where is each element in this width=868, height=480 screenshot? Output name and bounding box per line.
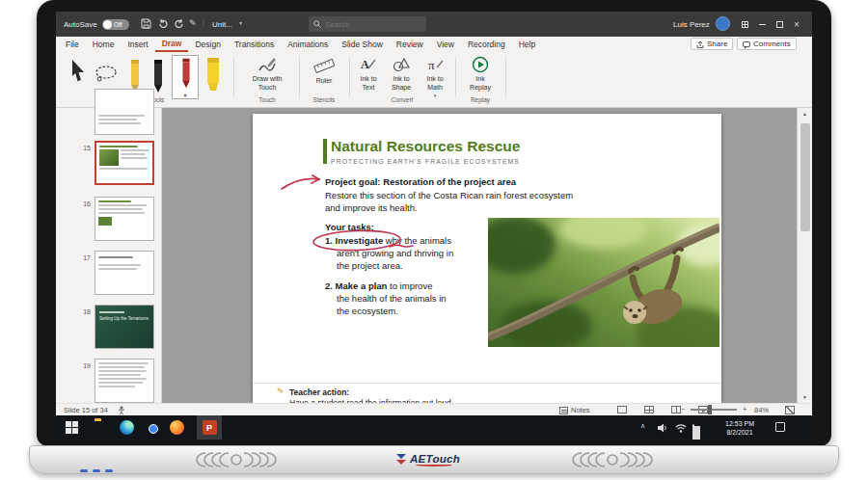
scroll-up-icon[interactable]: ▲: [798, 108, 812, 117]
select-tool-icon[interactable]: [69, 60, 87, 83]
close-button[interactable]: ×: [789, 16, 804, 32]
thumbnail-number: 17: [75, 254, 91, 261]
share-button[interactable]: Share: [691, 38, 733, 50]
thumbnail-slide-16[interactable]: [95, 197, 154, 241]
ribbon-display-options-icon[interactable]: [737, 16, 752, 32]
task2-line2[interactable]: the health of the animals in: [337, 293, 447, 304]
undo-icon[interactable]: [158, 18, 169, 29]
tab-help[interactable]: Help: [512, 38, 542, 51]
group-label-convert: Convert: [353, 96, 451, 103]
goal-body-line1[interactable]: Restore this section of the Costa Rican …: [325, 190, 573, 200]
tray-time: 12:53 PM: [712, 419, 768, 428]
tab-file[interactable]: File: [59, 38, 86, 51]
document-title[interactable]: Unit...: [212, 20, 232, 29]
ink-replay-button[interactable]: Ink Replay Replay: [459, 52, 502, 108]
thumbnail-caption: Setting Up the Terrariums: [95, 313, 153, 322]
pen-red-selected[interactable]: ▾: [172, 55, 199, 99]
search-input[interactable]: [325, 20, 417, 29]
pencil-icon: ✎: [277, 387, 285, 396]
action-center-icon[interactable]: [775, 422, 785, 432]
scroll-down-icon[interactable]: ▼: [798, 394, 812, 400]
base-indicator-dots: [80, 459, 118, 476]
volume-icon[interactable]: [658, 423, 668, 433]
zoom-in-button[interactable]: +: [743, 405, 746, 413]
ribbon-separator: [349, 57, 350, 97]
restore-button[interactable]: [772, 16, 787, 32]
network-icon[interactable]: [675, 423, 687, 433]
save-icon[interactable]: [141, 18, 151, 29]
zoom-slider[interactable]: [691, 409, 737, 411]
slide-title[interactable]: Natural Resources Rescue: [331, 138, 520, 155]
view-slide-sorter-button[interactable]: [644, 406, 654, 413]
draw-with-touch-button[interactable]: Draw with Touch Touch: [237, 52, 297, 108]
highlighter-yellow-icon[interactable]: [204, 58, 222, 94]
thumbnail-slide-14-partial[interactable]: [95, 89, 154, 135]
comments-button[interactable]: Comments: [737, 38, 797, 50]
ink-replay-icon: [472, 56, 489, 73]
group-label-touch: Touch: [237, 96, 297, 103]
firefox-browser-icon[interactable]: [170, 420, 184, 435]
brand-underline: [416, 464, 452, 467]
view-reading-button[interactable]: [671, 406, 681, 413]
tab-transitions[interactable]: Transitions: [228, 38, 281, 51]
tab-animations[interactable]: Animations: [281, 38, 335, 51]
ruler-button[interactable]: Ruler Stencils: [303, 52, 345, 108]
chevron-down-icon[interactable]: ▾: [239, 19, 242, 26]
view-normal-button[interactable]: [617, 406, 627, 413]
thumbnail-slide-15[interactable]: [95, 141, 154, 185]
thumbnail-slide-17[interactable]: [95, 251, 154, 295]
share-icon: [696, 40, 704, 48]
tab-review[interactable]: Review: [390, 38, 430, 51]
task2-line1[interactable]: 2. Make a plan to improve: [325, 280, 432, 291]
accessibility-icon[interactable]: [118, 406, 125, 414]
thumbnail-image: [99, 149, 119, 166]
notes-button[interactable]: Notes: [559, 406, 590, 414]
redo-icon[interactable]: [174, 18, 184, 29]
tray-expand-icon[interactable]: ∧: [640, 422, 645, 430]
slide-indicator[interactable]: Slide 15 of 34: [64, 406, 108, 414]
autosave-toggle[interactable]: Off: [102, 19, 129, 30]
task2-line3[interactable]: the ecosystem.: [337, 306, 398, 316]
tab-draw[interactable]: Draw: [155, 37, 189, 52]
zoom-percent[interactable]: 84%: [754, 406, 769, 414]
thumbnail-slide-19[interactable]: [95, 359, 154, 403]
battery-icon[interactable]: [692, 424, 694, 440]
taskbar-clock[interactable]: 12:53 PM 8/2/2021: [712, 419, 768, 437]
svg-text:π: π: [428, 58, 435, 72]
goal-heading[interactable]: Project goal: Restoration of the project…: [325, 176, 516, 187]
lasso-select-icon[interactable]: [95, 66, 120, 83]
fit-to-window-icon[interactable]: [785, 406, 795, 414]
pen-tool-icon[interactable]: ✎: [189, 18, 197, 28]
search-box[interactable]: [309, 16, 426, 32]
ink-to-math-icon: π: [426, 56, 444, 73]
slide-subtitle[interactable]: PROTECTING EARTH'S FRAGILE ECOSYSTEMS: [331, 158, 520, 165]
vertical-scrollbar[interactable]: ▲ ▼: [797, 108, 812, 403]
tab-view[interactable]: View: [430, 38, 461, 51]
tab-design[interactable]: Design: [188, 38, 227, 51]
user-name[interactable]: Luis Perez: [673, 20, 710, 29]
edge-browser-icon[interactable]: [120, 420, 134, 435]
scrollbar-thumb[interactable]: [800, 123, 810, 231]
teacher-divider: [253, 383, 721, 384]
tab-insert[interactable]: Insert: [121, 38, 154, 51]
powerpoint-taskbar-button[interactable]: P: [197, 415, 222, 440]
zoom-slider-thumb[interactable]: [708, 405, 712, 414]
search-icon: [313, 20, 321, 28]
goal-body-line2[interactable]: and improve its health.: [325, 202, 418, 213]
tab-home[interactable]: Home: [86, 38, 122, 51]
teacher-action-heading[interactable]: Teacher action:: [289, 387, 349, 397]
tab-recording[interactable]: Recording: [461, 38, 512, 51]
slide-canvas[interactable]: Natural Resources Rescue PROTECTING EART…: [253, 114, 721, 403]
sloth-photo[interactable]: [488, 218, 719, 347]
task1-line3[interactable]: the project area.: [337, 260, 403, 271]
tab-slide-show[interactable]: Slide Show: [335, 38, 390, 51]
start-button[interactable]: [66, 421, 80, 436]
file-explorer-icon[interactable]: [95, 420, 109, 435]
zoom-out-button[interactable]: −: [681, 405, 685, 413]
slide-editing-area: Natural Resources Rescue PROTECTING EART…: [162, 108, 797, 403]
ribbon-separator: [505, 57, 506, 97]
thumbnail-slide-18[interactable]: Setting Up the Terrariums: [95, 305, 154, 349]
user-avatar[interactable]: [716, 16, 730, 31]
minimize-button[interactable]: [754, 16, 770, 32]
ribbon-tab-bar: File Home Insert Draw Design Transitions…: [56, 37, 812, 52]
